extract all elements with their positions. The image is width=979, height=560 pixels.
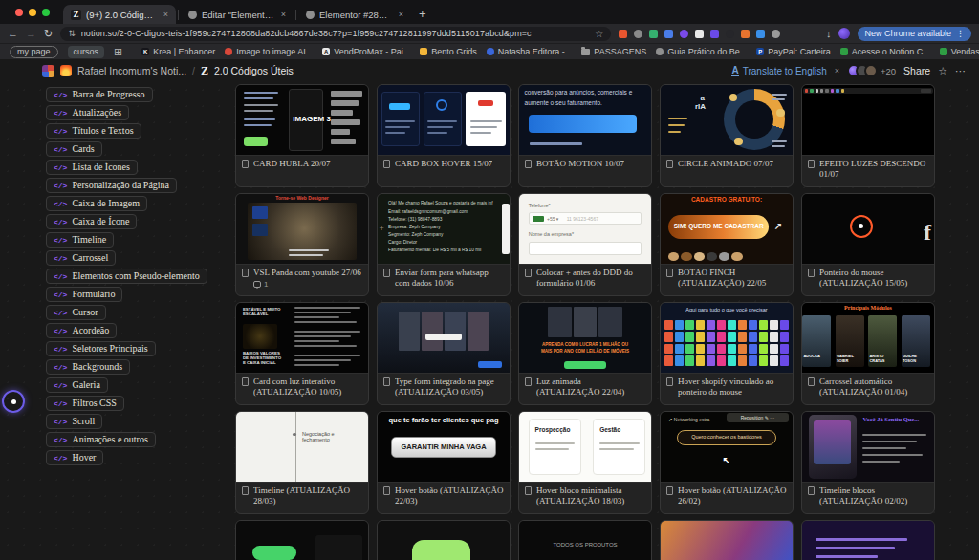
sidebar-item-hover[interactable]: </>Hover xyxy=(46,450,103,465)
gallery-card-botao-finch-atualizacao-22-05[interactable]: CADASTRO GRATUITO:SIM! QUERO ME CADASTRA… xyxy=(660,193,794,296)
gallery-card-hover-bloco-minimalista-atualizacao-18-0[interactable]: ProspecçãoGestãoHover bloco minimalista … xyxy=(518,411,652,514)
sidebar-item-scroll[interactable]: </>Scroll xyxy=(46,414,102,429)
sidebar-item-cursor[interactable]: </>Cursor xyxy=(46,305,106,320)
workspace-avatar[interactable] xyxy=(42,65,54,77)
chrome-update-button[interactable]: New Chrome available ⋮ xyxy=(858,27,971,41)
extension-icon[interactable] xyxy=(726,30,734,38)
bookmark-item-natasha-editora[interactable]: Natasha Editora -... xyxy=(487,47,573,56)
gallery-card-hover-botao-atualizacao-22-03[interactable]: que te farão ter clientes que pagGARANTI… xyxy=(377,411,511,514)
bookmark-star-icon[interactable]: ☆ xyxy=(595,29,603,39)
browser-tab-elementor-2847-swipe[interactable]: Elementor #2847 – swipe× xyxy=(298,5,411,24)
bookmark-item-vendpromax-pai[interactable]: AVendProMax - Pai... xyxy=(322,47,410,56)
members-overflow-count[interactable]: +20 xyxy=(881,66,896,76)
tab-close-icon[interactable]: × xyxy=(397,10,403,19)
apps-grid-icon[interactable]: ⊞ xyxy=(114,46,122,58)
bookmark-item-passagens[interactable]: PASSAGENS xyxy=(581,47,646,56)
gallery-card-colocar-antes-do-ddd-do-formulario-01-06[interactable]: Telefone*+55 ▾11 96123-4567Nome da empre… xyxy=(518,193,652,296)
bookmark-item-paypal-carteira[interactable]: PPayPal: Carteira xyxy=(756,47,831,56)
browser-tab-editar-elementor-2847-co[interactable]: Editar "Elementor #2847" co...× xyxy=(181,5,294,24)
gallery-card-vsl-panda-com-youtube-27-06[interactable]: Torne-se Web DesignerVSL Panda com youtu… xyxy=(235,193,369,296)
sidebar-item-caixa-de-imagem[interactable]: </>Caixa de Imagem xyxy=(46,196,147,211)
breadcrumb-page-title[interactable]: 2.0 Códigos Úteis xyxy=(214,65,294,76)
extension-icon[interactable] xyxy=(634,30,642,38)
gallery-card-item[interactable]: TODOS OS PRODUTOS xyxy=(518,520,652,560)
bookmark-item-krea-enhancer[interactable]: KKrea | Enhancer xyxy=(141,47,215,56)
zoom-window-button[interactable] xyxy=(42,9,50,16)
sidebar-item-carrossel[interactable]: </>Carrossel xyxy=(46,250,116,266)
gallery-card-card-box-hover-15-07[interactable]: CARD BOX HOVER 15/07 xyxy=(377,84,511,187)
extension-icon[interactable] xyxy=(649,30,658,38)
more-options-icon[interactable]: ⋯ xyxy=(955,65,966,77)
new-tab-button[interactable]: + xyxy=(419,7,426,21)
bookmark-item-bento-grids[interactable]: Bento Grids xyxy=(420,47,477,56)
bookmark-item-image-to-image-ai[interactable]: Image to image AI... xyxy=(225,47,313,56)
minimize-window-button[interactable] xyxy=(29,9,36,16)
bookmark-item-cursos[interactable]: cursos xyxy=(68,46,105,58)
gallery-card-circle-animado-07-07[interactable]: arIACIRCLE ANIMADO 07/07 xyxy=(660,84,794,187)
sidebar-item-animacoes-e-outros[interactable]: </>Animações e outros xyxy=(46,432,156,447)
sidebar-item-elementos-com-pseudo-elemento[interactable]: </>Elementos com Pseudo-elemento xyxy=(46,269,207,284)
sidebar-item-personalizacao-da-pagina[interactable]: </>Personalização da Página xyxy=(46,178,177,193)
sidebar-item-filtros-css[interactable]: </>Filtros CSS xyxy=(46,396,124,411)
favorite-star-icon[interactable]: ☆ xyxy=(938,65,947,77)
extension-icon[interactable] xyxy=(680,30,688,38)
extension-icon[interactable] xyxy=(772,30,780,38)
gallery-card-card-hubla-20-07[interactable]: IMAGEM 3CARD HUBLA 20/07 xyxy=(235,84,369,187)
breadcrumb-workspace[interactable]: Rafael Incomum's Noti... xyxy=(77,65,186,76)
gallery-card-card-com-luz-interativo-atualizacao-10-0[interactable]: ESTÁVEL E MUITO ESCALÁVELBAIXOS VALORES … xyxy=(235,302,369,405)
sidebar-item-cards[interactable]: </>Cards xyxy=(46,141,102,157)
translate-close-icon[interactable]: × xyxy=(835,66,839,75)
gallery-card-carrossel-automatico-atualizacao-01-04[interactable]: Principais MódulosADOCKAGABRIEL SOIERARI… xyxy=(801,302,935,405)
gallery-card-item[interactable] xyxy=(660,520,794,560)
sidebar-item-formulario[interactable]: </>Formulário xyxy=(46,287,122,302)
gallery-card-type-form-integrado-na-page-atualizacao-[interactable]: Type form integrado na page (ATUALIZAÇÃO… xyxy=(377,302,511,405)
close-window-button[interactable] xyxy=(15,9,23,16)
sidebar-item-galeria[interactable]: </>Galeria xyxy=(46,377,108,393)
tab-close-icon[interactable]: × xyxy=(162,10,168,19)
bookmark-item-my-page[interactable]: my page xyxy=(10,46,58,58)
extension-icon[interactable] xyxy=(619,30,627,38)
site-info-icon[interactable]: ⇅ xyxy=(68,29,76,38)
gallery-card-item[interactable] xyxy=(377,520,511,560)
share-button[interactable]: Share xyxy=(903,65,930,76)
extension-icon[interactable] xyxy=(664,30,673,38)
browser-tab-9-2-0-codigos-uteis[interactable]: Z(9+) 2.0 Códigos Úteis× xyxy=(63,5,176,24)
sidebar-item-lista-de-icones[interactable]: </>Lista de Ícones xyxy=(46,160,138,175)
gallery-card-timeline-atualizacao-28-03[interactable]: Negociação e fechamentoTimeline (ATUALIZ… xyxy=(235,411,369,514)
gallery-card-botao-motion-10-07[interactable]: conversão para anúncios, comerciais eaum… xyxy=(518,84,652,187)
gallery-card-hover-shopify-vinculado-ao-ponteiro-do-m[interactable]: Aqui para tudo o que você precisarHover … xyxy=(660,302,794,405)
sidebar-item-backgrounds[interactable]: </>Backgrounds xyxy=(46,359,130,375)
gallery-card-item[interactable] xyxy=(235,520,369,560)
extension-icon[interactable] xyxy=(710,30,719,38)
sidebar-item-timeline[interactable]: </>Timeline xyxy=(46,232,114,248)
gallery-card-hover-botao-atualizacao-26-02[interactable]: ↗ Networking estraReposition ✎ ⋯Quero co… xyxy=(660,411,794,514)
sidebar-item-titulos-e-textos[interactable]: </>Títulos e Textos xyxy=(46,123,141,139)
translate-button[interactable]: A Translate to English xyxy=(731,65,826,76)
extension-icon[interactable] xyxy=(756,30,765,38)
profile-avatar[interactable] xyxy=(838,28,850,39)
gallery-card-ponteiro-do-mouse-atualizacao-15-05[interactable]: fPonteiro do mouse (ATUALIZAÇÃO 15/05) xyxy=(801,193,935,296)
member-avatar[interactable] xyxy=(864,64,878,77)
gallery-card-timeline-blocos-atualizacao-02-02[interactable]: Você Já Sentiu Que...Timeline blocos (AT… xyxy=(801,411,935,514)
gallery-card-efeito-luzes-descendo-01-07[interactable]: EFEITO LUZES DESCENDO 01/07 xyxy=(801,84,935,187)
sidebar-item-seletores-principais[interactable]: </>Seletores Principais xyxy=(46,341,156,356)
browser-menu-icon[interactable]: ⋮ xyxy=(956,29,965,38)
gallery-card-item[interactable] xyxy=(801,520,935,560)
address-bar[interactable]: ⇅ notion.so/2-0-C-digos-teis-1f959c27471… xyxy=(60,27,611,41)
download-icon[interactable]: ↓ xyxy=(826,29,832,39)
gallery-card-enviar-form-para-whatsapp-com-dados-10-0[interactable]: Olá! Me chamo Rafael Souza e gostaria de… xyxy=(377,193,511,296)
gallery-card-luz-animada-atualizacao-22-04[interactable]: APRENDA COMO LUCRAR 1 MILHÃO OUMAIS POR … xyxy=(518,302,652,405)
sidebar-item-atualizacoes[interactable]: </>Atualizações xyxy=(46,105,129,120)
sidebar-item-caixa-de-icone[interactable]: </>Caixa de Ícone xyxy=(46,214,137,229)
extension-icon[interactable] xyxy=(741,30,750,38)
back-icon[interactable]: ← xyxy=(8,29,18,39)
bookmark-item-guia-pratico-do-be[interactable]: Guia Prático do Be... xyxy=(656,47,747,56)
sidebar-item-acordeao[interactable]: </>Acordeão xyxy=(46,323,117,338)
reload-icon[interactable]: ↻ xyxy=(44,29,53,39)
sidebar-item-barra-de-progresso[interactable]: </>Barra de Progresso xyxy=(46,87,153,102)
bookmark-item-vendas[interactable]: Vendas xyxy=(940,47,979,56)
bookmark-item-acesse-o-notion-c[interactable]: Acesse o Notion C... xyxy=(840,47,930,56)
forward-icon[interactable]: → xyxy=(26,29,36,39)
extension-icon[interactable] xyxy=(695,30,704,38)
tab-close-icon[interactable]: × xyxy=(279,10,286,19)
